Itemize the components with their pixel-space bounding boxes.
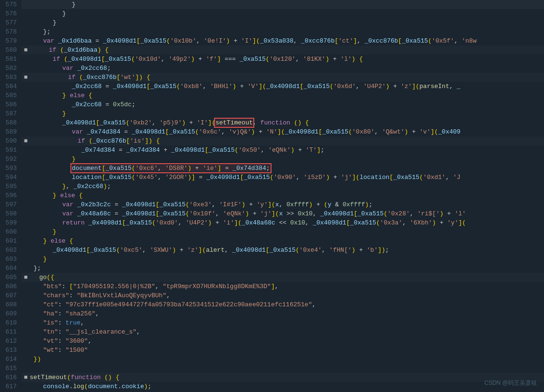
line-606: 606 "bts": ["1704955192.556|0|%2B", "tpR… <box>0 282 544 291</box>
line-602: 602 _0x4098d1[_0xa515('0xc5', 'SXWU') + … <box>0 246 544 255</box>
line-600: 600 } <box>0 227 544 236</box>
line-580: 580 ■if (_0x1d6baa) { <box>0 45 544 55</box>
line-595: 595 }, _0x2cc68); <box>0 182 544 191</box>
line-577: 577 } <box>0 18 544 27</box>
line-604: 604 }; <box>0 264 544 273</box>
line-591: 591 _0x74d384 = _0x74d384 + _0x4098d1[_0… <box>0 146 544 155</box>
line-583: 583 ■if (_0xcc876b['wt']) { <box>0 73 544 82</box>
line-581: 581 if (_0x4098d1[_0xa515('0x10d', '49p2… <box>0 55 544 64</box>
line-582: 582 var _0x2cc68; <box>0 64 544 73</box>
line-588: 588 _0x4098d1[_0xa515('0xb2', 'p5)9') + … <box>0 118 544 127</box>
line-616: 616 ■setTimeout(function () { <box>0 373 544 382</box>
line-601: 601 } else { <box>0 236 544 246</box>
line-614: 614 }) <box>0 355 544 364</box>
line-603: 603 } <box>0 255 544 264</box>
line-612: 612 "vt": "3600", <box>0 336 544 346</box>
line-578: 578 }; <box>0 27 544 36</box>
line-584: 584 _0x2cc68 = _0x4098d1[_0xa515('0xb8',… <box>0 82 544 91</box>
line-593: 593 document[_0xa515('0xc6', 'DS8R') + '… <box>0 164 544 173</box>
line-598: 598 var _0x48a68c = _0x4098d1[_0xa515('0… <box>0 209 544 218</box>
line-605: 605 ■go({ <box>0 273 544 282</box>
line-610: 610 "is": true, <box>0 318 544 327</box>
line-575: 575 } <box>0 0 544 9</box>
line-613: 613 "wt": "1500" <box>0 346 544 355</box>
line-615: 615 <box>0 364 544 373</box>
line-579: 579 var _0x1d6baa = _0x4098d1[_0xa515('0… <box>0 36 544 45</box>
line-586: 586 _0x2cc68 = 0x5dc; <box>0 100 544 109</box>
code-editor: 575 } 576 } 577 } 578 }; 579 var _0x1d6b… <box>0 0 544 392</box>
line-607: 607 "chars": "BkIBnLVxtlAuoQEyqyvBUh", <box>0 291 544 300</box>
line-608: 608 "ct": "97c37ff1e005e4944727f4a05793b… <box>0 300 544 309</box>
line-597: 597 var _0x2b3c2c = _0x4098d1[_0xa515('0… <box>0 200 544 209</box>
line-592: 592 } <box>0 155 544 164</box>
line-576: 576 } <box>0 9 544 18</box>
line-585: 585 } else { <box>0 91 544 100</box>
line-596: 596 } else { <box>0 191 544 200</box>
line-617: 617 console.log(document.cookie); <box>0 382 544 391</box>
line-609: 609 "ha": "sha256", <box>0 309 544 318</box>
line-589: 589 var _0x74d384 = _0x4098d1[_0xa515('0… <box>0 127 544 136</box>
line-611: 611 "tn": "__jsl_clearance_s", <box>0 327 544 336</box>
line-594: 594 location[_0xa515('0x45', '2GOR')] = … <box>0 173 544 182</box>
line-587: 587 } <box>0 109 544 118</box>
line-599: 599 return _0x4098d1[_0xa515('0xd0', 'U4… <box>0 218 544 227</box>
line-590: 590 ■if (_0xcc876b['is']) { <box>0 136 544 146</box>
watermark: CSDN @码王吴彦祖 <box>484 379 537 387</box>
